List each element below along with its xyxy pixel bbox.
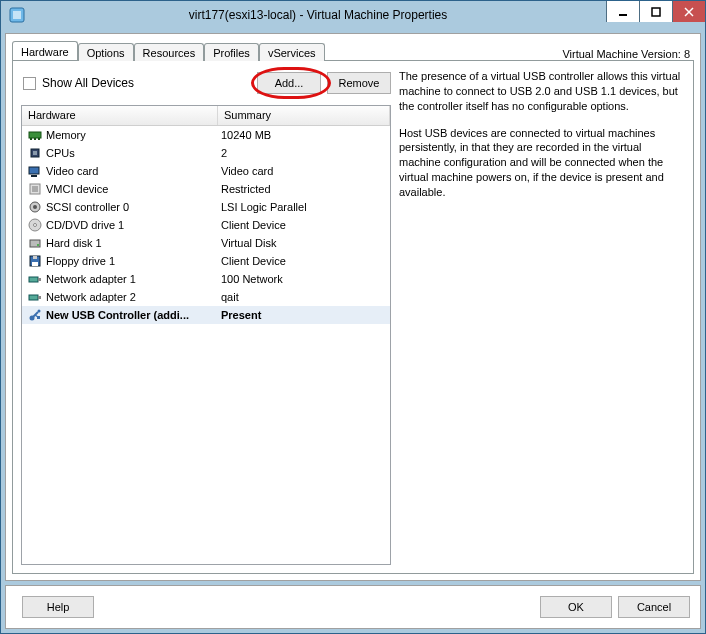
device-list[interactable]: Hardware Summary Memory10240 MBCPUs2Vide… <box>21 105 391 565</box>
device-list-body: Memory10240 MBCPUs2Video cardVideo cardV… <box>22 126 390 564</box>
svg-rect-12 <box>29 167 39 174</box>
remove-button[interactable]: Remove <box>327 72 391 94</box>
device-summary: 2 <box>217 147 390 159</box>
show-all-devices-label: Show All Devices <box>42 76 134 90</box>
svg-rect-13 <box>31 175 37 177</box>
svg-rect-24 <box>32 262 38 266</box>
svg-rect-23 <box>33 256 37 259</box>
device-summary: Virtual Disk <box>217 237 390 249</box>
svg-rect-2 <box>619 14 627 16</box>
cpu-icon <box>26 146 44 160</box>
add-button[interactable]: Add... <box>257 72 321 94</box>
help-button[interactable]: Help <box>22 596 94 618</box>
device-name: Video card <box>44 165 217 177</box>
window-title: virt177(esxi13-local) - Virtual Machine … <box>31 8 705 22</box>
column-summary[interactable]: Summary <box>218 106 390 125</box>
tab-resources[interactable]: Resources <box>134 43 205 61</box>
device-name: Floppy drive 1 <box>44 255 217 267</box>
tab-options[interactable]: Options <box>78 43 134 61</box>
svg-rect-6 <box>29 132 41 138</box>
svg-rect-15 <box>32 186 38 192</box>
ok-button[interactable]: OK <box>540 596 612 618</box>
maximize-button[interactable] <box>639 1 672 22</box>
svg-rect-25 <box>29 277 38 282</box>
device-row[interactable]: VMCI deviceRestricted <box>22 180 390 198</box>
svg-rect-27 <box>29 295 38 300</box>
dialog-content: Hardware Options Resources Profiles vSer… <box>5 33 701 581</box>
hardware-top-controls: Show All Devices Add... Remove <box>21 69 391 97</box>
svg-rect-3 <box>652 8 660 16</box>
svg-rect-1 <box>13 11 21 19</box>
tab-hardware[interactable]: Hardware <box>12 41 78 60</box>
info-paragraph-2: Host USB devices are connected to virtua… <box>399 126 681 200</box>
device-summary: Video card <box>217 165 390 177</box>
hardware-left-column: Show All Devices Add... Remove Hardware … <box>21 69 391 565</box>
device-row[interactable]: Floppy drive 1Client Device <box>22 252 390 270</box>
device-summary: 10240 MB <box>217 129 390 141</box>
svg-point-21 <box>37 244 39 246</box>
device-summary: 100 Network <box>217 273 390 285</box>
svg-rect-8 <box>34 138 36 140</box>
nic-icon <box>26 272 44 286</box>
device-name: Hard disk 1 <box>44 237 217 249</box>
app-icon <box>8 6 26 24</box>
device-row[interactable]: SCSI controller 0LSI Logic Parallel <box>22 198 390 216</box>
device-row[interactable]: CPUs2 <box>22 144 390 162</box>
minimize-button[interactable] <box>606 1 639 22</box>
cd-icon <box>26 218 44 232</box>
tab-strip: Hardware Options Resources Profiles vSer… <box>12 38 694 60</box>
device-row[interactable]: Network adapter 2qait <box>22 288 390 306</box>
svg-rect-11 <box>33 151 37 155</box>
svg-point-19 <box>34 224 37 227</box>
column-hardware[interactable]: Hardware <box>22 106 218 125</box>
device-name: CD/DVD drive 1 <box>44 219 217 231</box>
device-name: New USB Controller (addi... <box>44 309 217 321</box>
device-summary: LSI Logic Parallel <box>217 201 390 213</box>
cancel-button[interactable]: Cancel <box>618 596 690 618</box>
info-paragraph-1: The presence of a virtual USB controller… <box>399 69 681 114</box>
svg-rect-31 <box>37 316 40 319</box>
checkbox-box-icon <box>23 77 36 90</box>
device-name: SCSI controller 0 <box>44 201 217 213</box>
close-button[interactable] <box>672 1 705 22</box>
hardware-info-pane: The presence of a virtual USB controller… <box>399 69 685 565</box>
vm-properties-window: virt177(esxi13-local) - Virtual Machine … <box>0 0 706 634</box>
device-name: Network adapter 2 <box>44 291 217 303</box>
device-row[interactable]: Hard disk 1Virtual Disk <box>22 234 390 252</box>
scsi-icon <box>26 200 44 214</box>
device-row[interactable]: CD/DVD drive 1Client Device <box>22 216 390 234</box>
device-summary: Present <box>217 309 390 321</box>
device-summary: Client Device <box>217 219 390 231</box>
device-name: CPUs <box>44 147 217 159</box>
device-name: VMCI device <box>44 183 217 195</box>
disk-icon <box>26 236 44 250</box>
tab-vservices[interactable]: vServices <box>259 43 325 61</box>
show-all-devices-checkbox[interactable]: Show All Devices <box>23 76 134 90</box>
device-row[interactable]: Memory10240 MB <box>22 126 390 144</box>
vm-version-label: Virtual Machine Version: 8 <box>562 48 694 60</box>
svg-rect-28 <box>38 296 41 299</box>
device-name: Network adapter 1 <box>44 273 217 285</box>
memory-icon <box>26 128 44 142</box>
device-summary: qait <box>217 291 390 303</box>
usb-icon <box>26 308 44 322</box>
device-summary: Client Device <box>217 255 390 267</box>
device-row[interactable]: New USB Controller (addi...Present <box>22 306 390 324</box>
svg-point-30 <box>38 310 41 313</box>
dialog-button-bar: Help OK Cancel <box>5 585 701 629</box>
tab-profiles[interactable]: Profiles <box>204 43 259 61</box>
device-name: Memory <box>44 129 217 141</box>
device-list-header: Hardware Summary <box>22 106 390 126</box>
device-row[interactable]: Video cardVideo card <box>22 162 390 180</box>
floppy-icon <box>26 254 44 268</box>
svg-rect-26 <box>38 278 41 281</box>
svg-rect-20 <box>30 240 40 247</box>
svg-rect-9 <box>38 138 40 140</box>
tab-page-hardware: Show All Devices Add... Remove Hardware … <box>12 60 694 574</box>
svg-point-17 <box>33 205 37 209</box>
device-row[interactable]: Network adapter 1100 Network <box>22 270 390 288</box>
window-controls <box>606 1 705 22</box>
titlebar[interactable]: virt177(esxi13-local) - Virtual Machine … <box>1 1 705 29</box>
svg-rect-7 <box>30 138 32 140</box>
video-icon <box>26 164 44 178</box>
